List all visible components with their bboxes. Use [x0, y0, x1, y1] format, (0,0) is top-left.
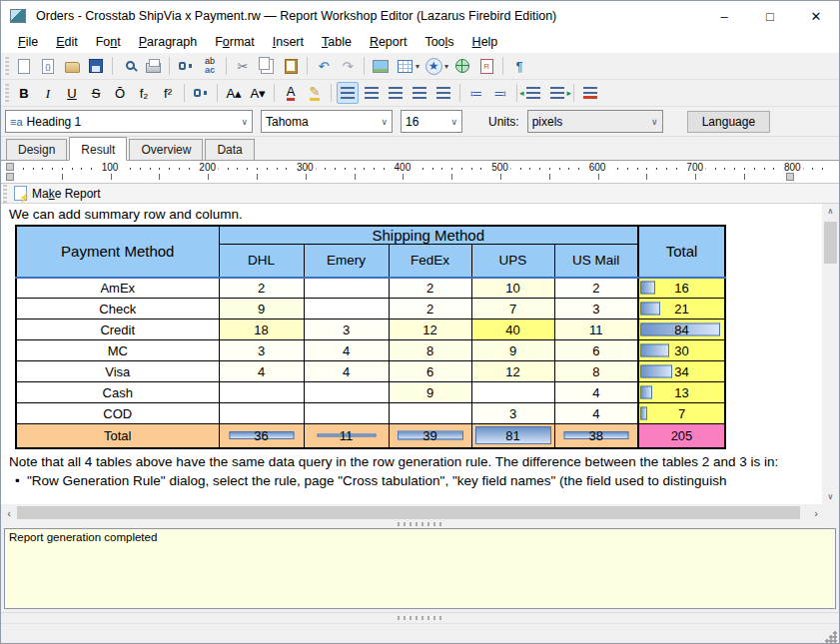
ruler-left-indent-handle[interactable] — [6, 163, 14, 171]
highlight-icon[interactable]: ✎ — [304, 82, 326, 104]
vertical-scrollbar[interactable]: ∧ ∨ — [822, 204, 839, 504]
align-center-icon[interactable] — [361, 82, 383, 104]
chevron-down-icon[interactable]: ▾ — [444, 62, 448, 71]
glasses-icon[interactable] — [190, 82, 212, 104]
value-cell: 6 — [389, 361, 471, 382]
new-document-icon[interactable] — [13, 55, 35, 77]
ruler-mark-500: 500 — [488, 162, 511, 173]
subscript-icon[interactable]: f₂ — [133, 82, 155, 104]
cut-icon[interactable]: ✂ — [232, 55, 254, 77]
close-button[interactable]: ✕ — [793, 1, 839, 31]
undo-icon[interactable]: ↶ — [313, 55, 335, 77]
superscript-icon[interactable]: f² — [157, 82, 179, 104]
toolbar-grip[interactable] — [4, 84, 9, 102]
menu-item-paragraph[interactable]: Paragraph — [130, 33, 206, 51]
menu-item-table[interactable]: Table — [313, 33, 361, 51]
paragraph-style-icon: ≡a — [10, 116, 23, 128]
menu-item-insert[interactable]: Insert — [264, 33, 313, 51]
print-icon[interactable] — [142, 55, 164, 77]
value-cell: 4 — [554, 403, 638, 424]
minimize-button[interactable]: – — [701, 1, 747, 31]
open-icon[interactable] — [61, 55, 83, 77]
value-cell: 4 — [554, 382, 638, 403]
paste-special-icon[interactable]: R — [475, 55, 497, 77]
insert-table-icon[interactable] — [394, 55, 416, 77]
menu-item-format[interactable]: Format — [206, 33, 264, 51]
vertical-scroll-thumb[interactable] — [824, 222, 837, 264]
col-header-emery: Emery — [304, 245, 389, 278]
tab-data[interactable]: Data — [205, 139, 254, 160]
copy-icon[interactable] — [256, 55, 278, 77]
bullet-list-icon[interactable]: ≔ — [465, 82, 487, 104]
font-color-icon[interactable]: A — [280, 82, 302, 104]
maximize-button[interactable]: □ — [747, 1, 793, 31]
tab-overview[interactable]: Overview — [129, 139, 203, 160]
numbered-list-icon[interactable]: ≕ — [489, 82, 511, 104]
tab-result[interactable]: Result — [69, 137, 127, 161]
overline-icon[interactable]: Ō — [109, 82, 131, 104]
italic-icon[interactable]: I — [37, 82, 59, 104]
scroll-left-icon[interactable]: ‹ — [1, 507, 17, 519]
menu-item-font[interactable]: Font — [87, 33, 130, 51]
align-right-icon[interactable] — [385, 82, 407, 104]
scroll-up-icon[interactable]: ∧ — [828, 204, 834, 219]
new-from-template-icon[interactable]: {} — [37, 55, 59, 77]
menu-item-help[interactable]: Help — [463, 33, 507, 51]
menu-item-edit[interactable]: Edit — [47, 33, 87, 51]
font-family-select[interactable]: Tahoma ∨ — [261, 110, 393, 133]
strikethrough-icon[interactable]: S — [85, 82, 107, 104]
outdent-icon[interactable] — [522, 82, 544, 104]
print-preview-icon[interactable] — [118, 55, 140, 77]
shrink-font-icon[interactable]: A▾ — [247, 82, 269, 104]
value-cell: 3 — [219, 340, 304, 361]
formatting-marks-icon[interactable]: ¶ — [508, 55, 530, 77]
underline-icon[interactable]: U — [61, 82, 83, 104]
paragraph-style-select[interactable]: ≡a Heading 1 ∨ — [5, 110, 253, 133]
app-icon — [10, 9, 26, 23]
resize-grip[interactable] — [825, 631, 837, 643]
menu-item-file[interactable]: File — [9, 33, 47, 51]
redo-icon[interactable]: ↷ — [337, 55, 359, 77]
row-total-cell: 84 — [638, 320, 725, 340]
units-select[interactable]: pixels ∨ — [527, 110, 663, 133]
value-cell: 4 — [219, 361, 304, 382]
document-page[interactable]: We can add summary row and column. Payme… — [1, 204, 839, 504]
value-cell: 10 — [471, 278, 554, 299]
row-total-bar — [640, 407, 647, 420]
insert-image-icon[interactable] — [370, 55, 392, 77]
bold-icon[interactable]: B — [13, 82, 35, 104]
paragraph-border-icon[interactable] — [579, 82, 601, 104]
ruler: 100200300400500600700800 — [1, 161, 839, 184]
horizontal-scroll-thumb[interactable] — [17, 506, 800, 519]
splitter[interactable] — [1, 612, 839, 623]
row-total-cell: 30 — [638, 340, 725, 361]
language-button[interactable]: Language — [687, 111, 770, 133]
paragraph-style-value: Heading 1 — [27, 115, 82, 129]
ruler-mark-300: 300 — [294, 162, 317, 173]
replace-icon[interactable]: abac — [199, 55, 221, 77]
toolbar-grip[interactable] — [2, 185, 7, 203]
align-left-icon[interactable] — [337, 82, 359, 104]
make-report-button[interactable]: Make Report — [32, 187, 101, 201]
fit-width-icon[interactable] — [432, 82, 454, 104]
paste-icon[interactable] — [280, 55, 302, 77]
insert-symbol-icon[interactable]: ★ — [422, 55, 444, 77]
ruler-right-indent-handle[interactable] — [786, 173, 794, 181]
find-icon[interactable] — [175, 55, 197, 77]
justify-icon[interactable] — [409, 82, 430, 104]
scroll-down-icon[interactable]: ∨ — [828, 489, 834, 504]
save-icon[interactable] — [85, 55, 107, 77]
ruler-hanging-indent-handle[interactable] — [6, 173, 14, 181]
value-cell: 2 — [554, 278, 638, 299]
font-size-select[interactable]: 16 ∨ — [401, 110, 462, 133]
indent-icon[interactable] — [546, 82, 568, 104]
chevron-down-icon[interactable]: ▾ — [416, 62, 420, 71]
toolbar-grip[interactable] — [4, 57, 9, 75]
row-label: COD — [16, 403, 219, 424]
tab-design[interactable]: Design — [6, 139, 67, 160]
menu-item-report[interactable]: Report — [361, 33, 417, 51]
menu-item-tools[interactable]: Tools — [416, 33, 462, 51]
horizontal-scrollbar[interactable]: ‹ › — [1, 504, 824, 521]
insert-hyperlink-icon[interactable] — [451, 55, 473, 77]
grow-font-icon[interactable]: A▴ — [223, 82, 245, 104]
